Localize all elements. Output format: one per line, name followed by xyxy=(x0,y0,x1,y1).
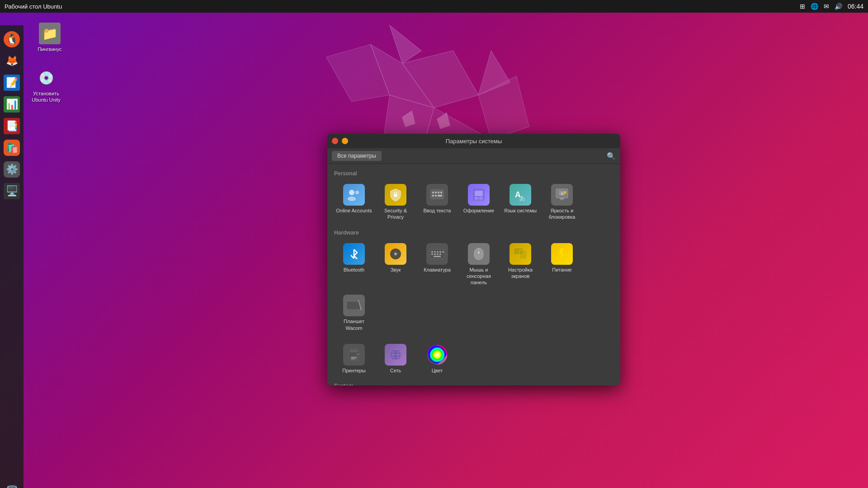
language-label: Язык системы xyxy=(504,207,537,214)
svg-marker-4 xyxy=(390,25,421,63)
hardware-icons-grid-2: Принтеры Сеть Цвет xyxy=(334,340,613,377)
settings-content: Personal Online Accounts Security & Priv… xyxy=(327,164,620,385)
window-minimize-button[interactable]: − xyxy=(342,138,348,144)
svg-rect-30 xyxy=(435,192,437,193)
dock-item-trash[interactable]: 🗑️ xyxy=(2,482,21,488)
globe-icon: 🌐 xyxy=(811,3,818,10)
svg-point-51 xyxy=(395,253,396,254)
topbar: Рабочий стол Ubuntu ⊞ 🌐 ✉ 🔊 06:44 xyxy=(0,0,868,13)
section-personal-label: Personal xyxy=(334,170,613,177)
settings-item-power[interactable]: Питание xyxy=(542,239,582,290)
dock-item-firefox[interactable]: 🦊 xyxy=(2,52,21,70)
settings-item-color[interactable]: Цвет xyxy=(417,340,457,377)
svg-rect-59 xyxy=(434,253,436,255)
section-system-label: System xyxy=(334,383,613,385)
svg-rect-55 xyxy=(437,251,439,253)
window-close-button[interactable]: ✕ xyxy=(332,138,338,144)
settings-window: ✕ − Параметры системы Все параметры 🔍 Pe… xyxy=(327,134,620,385)
svg-rect-35 xyxy=(438,195,442,197)
all-settings-button[interactable]: Все параметры xyxy=(332,151,382,161)
svg-rect-33 xyxy=(432,195,434,197)
dock-item-settings[interactable]: ⚙️ xyxy=(2,160,21,179)
network-icon xyxy=(385,344,406,366)
svg-rect-61 xyxy=(439,253,441,255)
dock-item-software[interactable]: 🛍️ xyxy=(2,138,21,157)
mail-icon: ✉ xyxy=(824,3,829,10)
power-label: Питание xyxy=(552,267,571,273)
text-input-label: Ввод текста xyxy=(424,207,451,214)
svg-rect-60 xyxy=(437,253,439,255)
svg-point-47 xyxy=(564,191,566,194)
svg-point-24 xyxy=(355,191,359,194)
svg-rect-34 xyxy=(435,195,437,197)
settings-item-keyboard[interactable]: Клавиатура xyxy=(417,239,457,290)
settings-item-displays[interactable]: Настройка экранов xyxy=(500,239,540,290)
svg-rect-77 xyxy=(351,358,355,359)
svg-point-23 xyxy=(349,190,354,195)
svg-rect-37 xyxy=(475,191,483,196)
svg-marker-70 xyxy=(559,248,565,260)
settings-item-brightness[interactable]: Яркость и блокировка xyxy=(542,180,582,224)
settings-item-network[interactable]: Сеть xyxy=(376,340,415,377)
settings-item-security[interactable]: Security & Privacy xyxy=(376,180,415,224)
svg-rect-74 xyxy=(350,349,358,352)
power-icon xyxy=(551,243,573,265)
svg-rect-69 xyxy=(519,250,527,259)
displays-label: Настройка экранов xyxy=(502,267,538,280)
wacom-icon xyxy=(343,295,365,316)
search-icon[interactable]: 🔍 xyxy=(607,152,616,160)
settings-toolbar: Все параметры 🔍 xyxy=(327,148,620,164)
topbar-right: ⊞ 🌐 ✉ 🔊 06:44 xyxy=(800,3,863,10)
dock-item-writer[interactable]: 📝 xyxy=(2,73,21,92)
settings-item-text-input[interactable]: Ввод текста xyxy=(417,180,457,224)
language-icon: Aあ xyxy=(509,184,531,206)
text-input-icon xyxy=(426,184,448,206)
svg-rect-62 xyxy=(434,256,441,257)
svg-rect-57 xyxy=(442,251,444,253)
settings-window-title: Параметры системы xyxy=(446,138,502,145)
settings-item-appearance[interactable]: Оформление xyxy=(459,180,499,224)
settings-item-bluetooth[interactable]: Bluetooth xyxy=(334,239,374,290)
svg-rect-31 xyxy=(438,192,439,193)
section-hardware-label: Hardware xyxy=(334,230,613,236)
svg-point-78 xyxy=(357,353,359,355)
svg-rect-39 xyxy=(479,197,483,200)
dock-item-calc[interactable]: 📊 xyxy=(2,95,21,114)
svg-rect-56 xyxy=(439,251,441,253)
bluetooth-icon xyxy=(343,243,365,265)
settings-titlebar: ✕ − Параметры системы xyxy=(327,134,620,148)
security-label: Security & Privacy xyxy=(377,207,414,221)
svg-rect-71 xyxy=(347,301,360,310)
svg-rect-53 xyxy=(431,251,433,253)
desktop: 🐧 🦊 📝 📊 📑 🛍️ ⚙️ 🖥️ 🗑️ 📁 Пингвинус xyxy=(0,13,868,488)
svg-rect-44 xyxy=(560,198,564,199)
dock-item-impress[interactable]: 📑 xyxy=(2,117,21,136)
wacom-label: Планшет Wacom xyxy=(336,318,372,331)
svg-rect-45 xyxy=(560,199,564,200)
dock-item-terminal[interactable]: 🖥️ xyxy=(2,182,21,201)
printers-icon xyxy=(343,344,365,366)
displays-icon xyxy=(509,243,531,265)
online-accounts-icon xyxy=(343,184,365,206)
svg-rect-32 xyxy=(440,192,442,193)
svg-point-25 xyxy=(348,197,356,201)
keyboard-icon xyxy=(426,243,448,265)
settings-item-online-accounts[interactable]: Online Accounts xyxy=(334,180,374,224)
sound-icon xyxy=(385,243,406,265)
printers-label: Принтеры xyxy=(342,367,365,374)
mouse-label: Мышь и сенсорная панель xyxy=(461,267,497,286)
svg-rect-54 xyxy=(434,251,436,253)
brightness-icon xyxy=(551,184,573,206)
settings-item-printers[interactable]: Принтеры xyxy=(334,340,374,377)
settings-item-wacom[interactable]: Планшет Wacom xyxy=(334,291,374,335)
online-accounts-label: Online Accounts xyxy=(336,207,372,214)
settings-item-sound[interactable]: Звук xyxy=(376,239,415,290)
svg-rect-38 xyxy=(475,197,478,200)
settings-item-language[interactable]: Aあ Язык системы xyxy=(500,180,540,224)
dock-item-ubuntu[interactable]: 🐧 xyxy=(2,30,21,49)
settings-item-mouse[interactable]: Мышь и сенсорная панель xyxy=(459,239,499,290)
clock: 06:44 xyxy=(848,3,863,10)
bluetooth-label: Bluetooth xyxy=(344,267,364,273)
appearance-icon xyxy=(468,184,490,206)
network-icon: ⊞ xyxy=(800,3,805,10)
